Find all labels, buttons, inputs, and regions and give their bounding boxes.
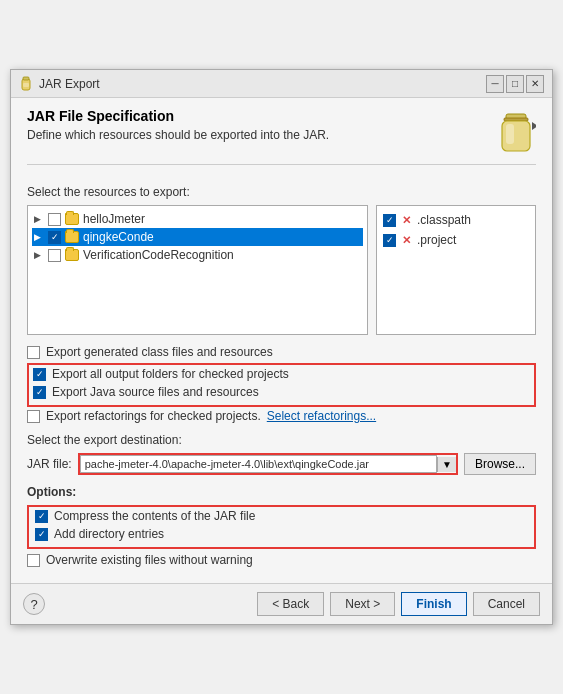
label-compress: Compress the contents of the JAR file xyxy=(54,509,255,523)
x-icon-classpath: ✕ xyxy=(402,214,411,227)
titlebar-controls: ─ □ ✕ xyxy=(486,75,544,93)
tree-item-verification[interactable]: ▶ VerificationCodeRecognition xyxy=(32,246,363,264)
jar-file-input[interactable] xyxy=(80,455,437,473)
svg-rect-6 xyxy=(506,124,514,144)
checkbox-compress[interactable]: ✓ xyxy=(35,510,48,523)
checkbox-project[interactable]: ✓ xyxy=(383,234,396,247)
label-export-java: Export Java source files and resources xyxy=(52,385,259,399)
tree-checkbox-hellojmeter[interactable] xyxy=(48,213,61,226)
right-item-project[interactable]: ✓ ✕ .project xyxy=(381,230,531,250)
svg-rect-1 xyxy=(23,77,29,80)
finish-button[interactable]: Finish xyxy=(401,592,466,616)
svg-rect-2 xyxy=(23,83,29,87)
check-mark: ✓ xyxy=(386,215,394,225)
bottom-bar: ? < Back Next > Finish Cancel xyxy=(11,583,552,624)
export-option-2[interactable]: ✓ Export all output folders for checked … xyxy=(33,367,530,381)
maximize-button[interactable]: □ xyxy=(506,75,524,93)
tree-checkbox-verification[interactable] xyxy=(48,249,61,262)
check-mark: ✓ xyxy=(51,232,59,242)
jar-dropdown-button[interactable]: ▼ xyxy=(437,457,456,472)
checkbox-classpath[interactable]: ✓ xyxy=(383,214,396,227)
header-area: JAR File Specification Define which reso… xyxy=(11,98,552,165)
checkbox-export-java[interactable]: ✓ xyxy=(33,386,46,399)
bottom-left: ? xyxy=(23,593,45,615)
browse-button[interactable]: Browse... xyxy=(464,453,536,475)
titlebar-jar-icon xyxy=(19,76,33,92)
tree-label-qingkeconde: qingkeConde xyxy=(83,230,154,244)
tree-label-verification: VerificationCodeRecognition xyxy=(83,248,234,262)
label-export-classes: Export generated class files and resourc… xyxy=(46,345,273,359)
bottom-right: < Back Next > Finish Cancel xyxy=(257,592,540,616)
export-options: Export generated class files and resourc… xyxy=(27,345,536,423)
minimize-button[interactable]: ─ xyxy=(486,75,504,93)
help-button[interactable]: ? xyxy=(23,593,45,615)
expand-arrow-qingke: ▶ xyxy=(34,232,44,242)
highlighted-export-options: ✓ Export all output folders for checked … xyxy=(27,363,536,407)
folder-icon-hellojmeter xyxy=(65,213,79,225)
resources-panel: ▶ helloJmeter ▶ ✓ qingkeConde ▶ xyxy=(27,205,536,335)
label-export-folders: Export all output folders for checked pr… xyxy=(52,367,289,381)
cancel-button[interactable]: Cancel xyxy=(473,592,540,616)
select-refactorings-link[interactable]: Select refactorings... xyxy=(267,409,376,423)
page-subtitle: Define which resources should be exporte… xyxy=(27,128,329,142)
checkbox-overwrite[interactable] xyxy=(27,554,40,567)
export-option-1[interactable]: Export generated class files and resourc… xyxy=(27,345,536,359)
titlebar-title: JAR Export xyxy=(39,77,100,91)
jar-file-label: JAR file: xyxy=(27,457,72,471)
highlighted-options-block: ✓ Compress the contents of the JAR file … xyxy=(27,505,536,549)
next-button[interactable]: Next > xyxy=(330,592,395,616)
tree-checkbox-qingkeconde[interactable]: ✓ xyxy=(48,231,61,244)
svg-marker-7 xyxy=(532,122,536,130)
options-item-1[interactable]: ✓ Compress the contents of the JAR file xyxy=(35,509,528,523)
options-item-3[interactable]: Overwrite existing files without warning xyxy=(27,553,536,567)
right-panel[interactable]: ✓ ✕ .classpath ✓ ✕ .project xyxy=(376,205,536,335)
checkbox-directory[interactable]: ✓ xyxy=(35,528,48,541)
export-destination-section: Select the export destination: JAR file:… xyxy=(27,433,536,475)
check-mark: ✓ xyxy=(386,235,394,245)
options-title: Options: xyxy=(27,485,536,499)
titlebar-left: JAR Export xyxy=(19,76,100,92)
tree-panel[interactable]: ▶ helloJmeter ▶ ✓ qingkeConde ▶ xyxy=(27,205,368,335)
check-mark: ✓ xyxy=(38,529,46,539)
options-section: Options: ✓ Compress the contents of the … xyxy=(27,485,536,567)
check-mark: ✓ xyxy=(36,369,44,379)
expand-arrow: ▶ xyxy=(34,214,44,224)
main-content: Select the resources to export: ▶ helloJ… xyxy=(11,173,552,583)
right-item-classpath[interactable]: ✓ ✕ .classpath xyxy=(381,210,531,230)
destination-label: Select the export destination: xyxy=(27,433,536,447)
page-title: JAR File Specification xyxy=(27,108,329,124)
back-button[interactable]: < Back xyxy=(257,592,324,616)
expand-arrow-verification: ▶ xyxy=(34,250,44,260)
tree-item-hellojmeter[interactable]: ▶ helloJmeter xyxy=(32,210,363,228)
resources-label: Select the resources to export: xyxy=(27,185,536,199)
label-project: .project xyxy=(417,233,456,247)
label-export-refactorings-prefix: Export refactorings for checked projects… xyxy=(46,409,261,423)
x-icon-project: ✕ xyxy=(402,234,411,247)
check-mark: ✓ xyxy=(36,387,44,397)
check-mark: ✓ xyxy=(38,511,46,521)
checkbox-export-classes[interactable] xyxy=(27,346,40,359)
titlebar: JAR Export ─ □ ✕ xyxy=(11,70,552,98)
checkbox-export-refactorings[interactable] xyxy=(27,410,40,423)
label-overwrite: Overwrite existing files without warning xyxy=(46,553,253,567)
close-button[interactable]: ✕ xyxy=(526,75,544,93)
folder-icon-qingke xyxy=(65,231,79,243)
options-item-2[interactable]: ✓ Add directory entries xyxy=(35,527,528,541)
jar-row: JAR file: ▼ Browse... xyxy=(27,453,536,475)
tree-item-qingkeconde[interactable]: ▶ ✓ qingkeConde xyxy=(32,228,363,246)
jar-export-window: JAR Export ─ □ ✕ JAR File Specification … xyxy=(10,69,553,625)
jar-image xyxy=(496,108,536,156)
tree-label-hellojmeter: helloJmeter xyxy=(83,212,145,226)
export-option-4[interactable]: Export refactorings for checked projects… xyxy=(27,409,536,423)
checkbox-export-folders[interactable]: ✓ xyxy=(33,368,46,381)
export-option-3[interactable]: ✓ Export Java source files and resources xyxy=(33,385,530,399)
label-directory: Add directory entries xyxy=(54,527,164,541)
folder-icon-verification xyxy=(65,249,79,261)
jar-input-wrapper: ▼ xyxy=(78,453,458,475)
label-classpath: .classpath xyxy=(417,213,471,227)
